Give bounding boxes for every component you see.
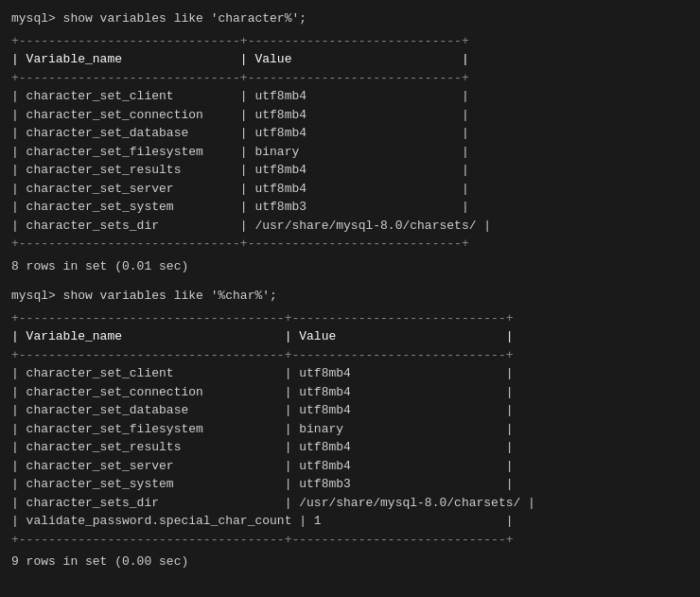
divider-top-2: +------------------------------------+--… bbox=[11, 309, 689, 328]
table-row: | character_set_results | utf8mb4 | bbox=[11, 161, 689, 180]
table-row: | character_set_system | utf8mb3 | bbox=[11, 198, 689, 217]
header-1: | Variable_name | Value | bbox=[11, 50, 689, 69]
table-row: | character_sets_dir | /usr/share/mysql-… bbox=[11, 494, 689, 513]
table-row: | character_set_client | utf8mb4 | bbox=[11, 87, 689, 106]
prompt-line-2: mysql> show variables like '%char%'; bbox=[11, 287, 689, 306]
prompt-line-1: mysql> show variables like 'character%'; bbox=[11, 9, 689, 28]
table-row: | character_set_database | utf8mb4 | bbox=[11, 401, 689, 420]
header-2: | Variable_name | Value | bbox=[11, 327, 689, 346]
table-row: | character_set_client | utf8mb4 | bbox=[11, 364, 689, 383]
table-row: | character_set_connection | utf8mb4 | bbox=[11, 106, 689, 125]
divider-mid-2: +------------------------------------+--… bbox=[11, 346, 689, 365]
divider-bot-1: +------------------------------+--------… bbox=[11, 235, 689, 254]
divider-top-1: +------------------------------+--------… bbox=[11, 32, 689, 51]
table-row: | validate_password.special_char_count |… bbox=[11, 512, 689, 531]
table-row: | character_set_filesystem | binary | bbox=[11, 143, 689, 162]
table-row: | character_set_system | utf8mb3 | bbox=[11, 475, 689, 494]
divider-bot-2: +------------------------------------+--… bbox=[11, 531, 689, 550]
table-row: | character_set_database | utf8mb4 | bbox=[11, 124, 689, 143]
summary-1: 8 rows in set (0.01 sec) bbox=[11, 257, 689, 276]
table-row: | character_set_server | utf8mb4 | bbox=[11, 180, 689, 199]
table-row: | character_set_connection | utf8mb4 | bbox=[11, 383, 689, 402]
table-row: | character_sets_dir | /usr/share/mysql-… bbox=[11, 217, 689, 236]
query-block-1: mysql> show variables like 'character%';… bbox=[11, 9, 689, 275]
rows-2: | character_set_client | utf8mb4 || char… bbox=[11, 364, 689, 531]
table-row: | character_set_filesystem | binary | bbox=[11, 420, 689, 439]
terminal-container: mysql> show variables like 'character%';… bbox=[11, 9, 689, 571]
table-row: | character_set_server | utf8mb4 | bbox=[11, 457, 689, 476]
divider-mid-1: +------------------------------+--------… bbox=[11, 69, 689, 88]
table-row: | character_set_results | utf8mb4 | bbox=[11, 438, 689, 457]
summary-2: 9 rows in set (0.00 sec) bbox=[11, 553, 689, 571]
rows-1: | character_set_client | utf8mb4 || char… bbox=[11, 87, 689, 235]
query-block-2: mysql> show variables like '%char%'; +--… bbox=[11, 287, 689, 571]
